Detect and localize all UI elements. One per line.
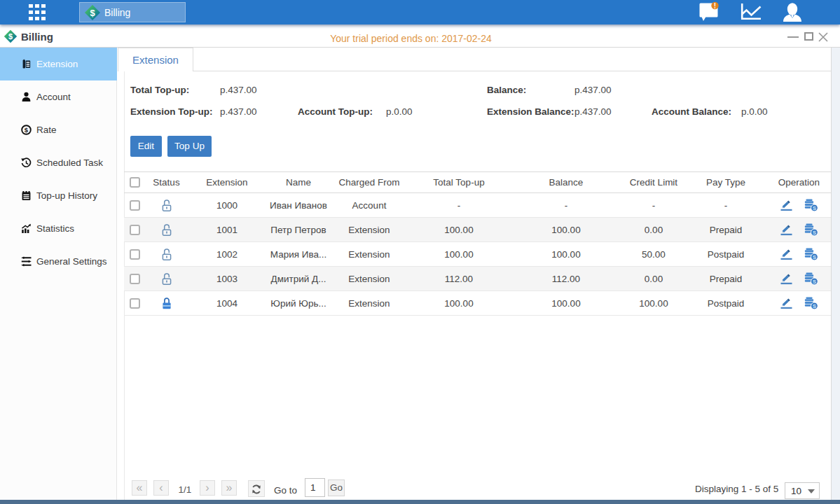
svg-text:$: $ [90, 7, 95, 18]
svg-text:S: S [813, 254, 816, 260]
svg-text:S: S [813, 303, 816, 309]
svg-text:S: S [813, 279, 816, 285]
svg-text:S: S [813, 230, 816, 236]
svg-text:!: ! [714, 2, 716, 10]
svg-text:$: $ [25, 126, 29, 134]
svg-text:S: S [813, 205, 816, 211]
